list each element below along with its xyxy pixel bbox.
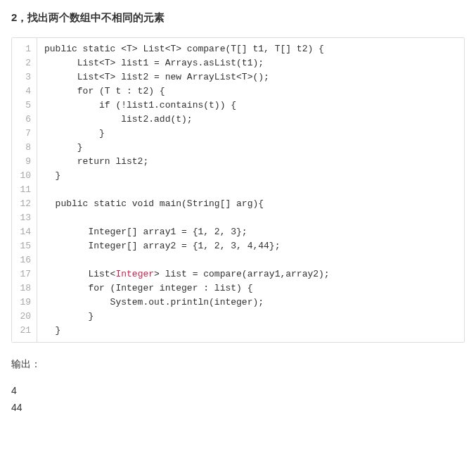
code-line: }: [44, 324, 464, 338]
code-line: }: [44, 310, 464, 324]
line-number: 1: [12, 42, 37, 56]
line-number: 5: [12, 99, 37, 113]
code-line: [44, 183, 464, 197]
code-line: list2.add(t);: [44, 113, 464, 127]
code-gutter: 123456789101112131415161718192021: [12, 38, 37, 342]
code-line: List<T> list2 = new ArrayList<T>();: [44, 70, 464, 84]
code-line: Integer[] array1 = {1, 2, 3};: [44, 225, 464, 239]
line-number: 17: [12, 267, 37, 281]
code-line: [44, 211, 464, 225]
code-line: List<T> list1 = Arrays.asList(t1);: [44, 56, 464, 70]
line-number: 10: [12, 169, 37, 183]
line-number: 7: [12, 127, 37, 141]
output-label: 输出：: [11, 358, 465, 371]
code-line: for (Integer integer : list) {: [44, 281, 464, 296]
line-number: 20: [12, 310, 37, 324]
line-number: 6: [12, 113, 37, 127]
code-line: public static void main(String[] arg){: [44, 197, 464, 211]
line-number: 9: [12, 155, 37, 169]
output-value: 44: [11, 402, 465, 413]
line-number: 13: [12, 211, 37, 225]
line-number: 11: [12, 183, 37, 197]
line-number: 4: [12, 84, 37, 99]
line-number: 2: [12, 56, 37, 70]
line-number: 12: [12, 197, 37, 211]
code-line: for (T t : t2) {: [44, 84, 464, 99]
line-number: 19: [12, 296, 37, 310]
line-number: 21: [12, 324, 37, 338]
code-line: }: [44, 127, 464, 141]
line-number: 14: [12, 225, 37, 239]
code-line: if (!list1.contains(t)) {: [44, 99, 464, 113]
code-line: }: [44, 169, 464, 183]
code-line: return list2;: [44, 155, 464, 169]
code-line: List<Integer> list = compare(array1,arra…: [44, 267, 464, 281]
code-line: System.out.println(integer);: [44, 296, 464, 310]
code-block: 123456789101112131415161718192021 public…: [11, 37, 465, 343]
line-number: 16: [12, 253, 37, 267]
code-line: public static <T> List<T> compare(T[] t1…: [44, 42, 464, 56]
code-content: public static <T> List<T> compare(T[] t1…: [37, 38, 464, 342]
line-number: 18: [12, 281, 37, 296]
code-line: [44, 253, 464, 267]
line-number: 15: [12, 239, 37, 253]
output-value: 4: [11, 385, 465, 396]
section-heading: 2，找出两个数组中不相同的元素: [11, 11, 465, 25]
code-line: Integer[] array2 = {1, 2, 3, 4,44};: [44, 239, 464, 253]
line-number: 3: [12, 70, 37, 84]
line-number: 8: [12, 141, 37, 155]
code-line: }: [44, 141, 464, 155]
